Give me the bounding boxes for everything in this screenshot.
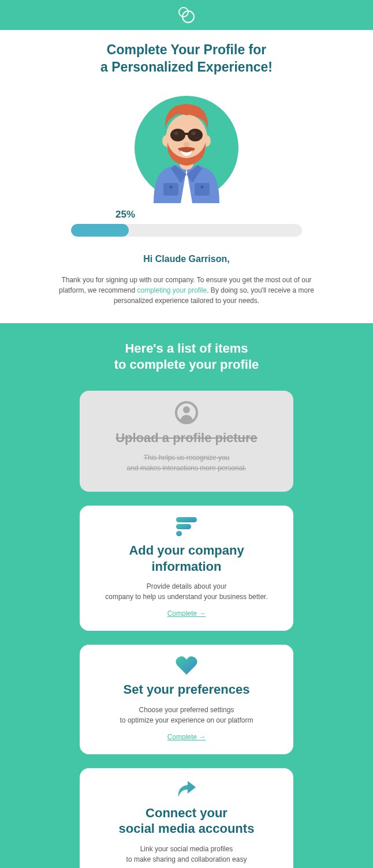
svg-point-15 [183,406,190,413]
card-title: Upload a profile picture [94,430,279,446]
avatar-illustration [132,88,241,203]
bars-icon [94,516,279,537]
svg-point-6 [162,135,170,147]
svg-point-3 [201,185,204,188]
card-title: Set your preferences [94,682,279,698]
svg-point-8 [170,129,185,141]
greeting: Hi Claude Garrison, [0,254,373,264]
card-company-info: Add your company information Provide det… [80,506,293,631]
user-icon [94,401,279,424]
logo-icon [178,7,195,23]
svg-point-2 [170,185,173,188]
svg-point-7 [203,135,211,147]
card-desc: Provide details about yourcompany to hel… [94,581,279,602]
header-bar [0,0,373,30]
progress-bar [71,224,302,237]
svg-point-9 [188,129,203,141]
svg-point-13 [184,142,189,147]
intro-link[interactable]: completing your profile [137,286,207,294]
complete-link[interactable]: Complete → [167,733,206,741]
complete-link[interactable]: Complete → [167,609,206,618]
card-preferences: Set your preferences Choose your preferr… [80,645,293,754]
card-desc: This helps us recognize youand makes int… [94,452,279,473]
share-icon [94,779,279,799]
hero-section: Complete Your Profile fora Personalized … [0,30,373,323]
page-title: Complete Your Profile fora Personalized … [0,42,373,76]
progress-label: 25% [115,209,373,220]
intro-text: Thank you for signing up with our compan… [48,275,325,306]
svg-rect-0 [163,183,178,196]
card-desc: Link your social media profilesto make s… [94,844,279,865]
checklist-section: Here's a list of itemsto complete your p… [0,323,373,868]
avatar [0,88,373,197]
svg-rect-17 [176,524,191,529]
card-social-media: Connect yoursocial media accounts Link y… [80,768,293,868]
svg-rect-16 [176,517,197,522]
card-title: Connect yoursocial media accounts [94,805,279,837]
svg-point-11 [174,132,178,135]
progress-fill [71,224,129,237]
svg-point-12 [191,132,196,135]
svg-rect-1 [195,183,210,196]
card-upload-picture: Upload a profile picture This helps us r… [80,391,293,492]
svg-rect-10 [184,133,189,135]
card-desc: Choose your preferred settingsto optimiz… [94,705,279,725]
card-title: Add your company information [94,542,279,574]
list-title: Here's a list of itemsto complete your p… [0,341,373,373]
svg-rect-18 [176,531,182,536]
heart-icon [94,655,279,676]
